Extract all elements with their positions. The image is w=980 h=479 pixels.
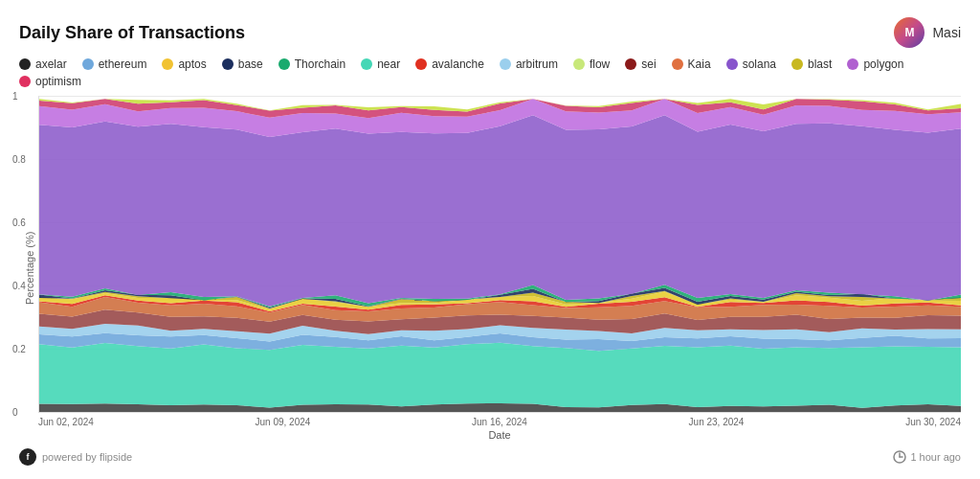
time-ago: 1 hour ago xyxy=(893,450,961,464)
chart-plot: 1 0.8 0.6 0.4 0.2 0 xyxy=(38,96,961,413)
legend-item-near: near xyxy=(361,57,400,71)
area-near xyxy=(39,343,961,408)
legend-label-solana: solana xyxy=(743,57,776,71)
legend-label-base: base xyxy=(238,57,263,71)
legend-label-polygon: polygon xyxy=(863,57,903,71)
timestamp: 1 hour ago xyxy=(910,451,961,463)
legend-item-kaia: Kaia xyxy=(672,57,711,71)
legend-dot-ethereum xyxy=(82,58,94,70)
legend-item-ethereum: ethereum xyxy=(82,57,147,71)
legend-dot-arbitrum xyxy=(500,58,511,70)
legend-dot-kaia xyxy=(672,58,683,70)
legend-item-flow: flow xyxy=(573,57,610,71)
legend-dot-avalanche xyxy=(415,58,427,70)
y-tick-1: 1 xyxy=(12,91,18,102)
legend-label-axelar: axelar xyxy=(35,57,67,71)
brand-text: powered by flipside xyxy=(42,451,132,463)
legend-item-base: base xyxy=(222,57,263,71)
page-title: Daily Share of Transactions xyxy=(19,23,245,43)
x-tick: Jun 30, 2024 xyxy=(905,417,961,427)
legend-item-arbitrum: arbitrum xyxy=(500,57,558,71)
legend-dot-thorchain xyxy=(278,58,290,70)
legend-dot-aptos xyxy=(162,58,173,70)
y-tick-08: 0.8 xyxy=(12,154,26,165)
avatar: M xyxy=(894,17,924,48)
flipside-logo: f powered by flipside xyxy=(19,448,132,466)
flipside-icon: f xyxy=(19,448,36,466)
x-tick: Jun 02, 2024 xyxy=(38,417,94,427)
legend-label-optimism: optimism xyxy=(35,75,81,88)
legend-label-thorchain: Thorchain xyxy=(295,57,345,71)
legend-item-blast: blast xyxy=(791,57,832,71)
legend-label-near: near xyxy=(377,57,400,71)
user-name: Masi xyxy=(932,25,961,40)
legend-label-blast: blast xyxy=(808,57,832,71)
legend-label-kaia: Kaia xyxy=(688,57,711,71)
legend-item-optimism: optimism xyxy=(19,75,81,88)
x-axis-label: Date xyxy=(38,429,961,441)
x-tick: Jun 09, 2024 xyxy=(256,417,311,427)
footer: f powered by flipside 1 hour ago xyxy=(19,448,961,466)
legend-item-thorchain: Thorchain xyxy=(278,57,345,71)
legend: axelarethereumaptosbaseThorchainnearaval… xyxy=(19,57,961,88)
user-badge: M Masi xyxy=(894,17,961,48)
legend-label-ethereum: ethereum xyxy=(99,57,147,71)
legend-label-arbitrum: arbitrum xyxy=(516,57,558,71)
legend-item-sei: sei xyxy=(625,57,656,71)
x-tick: Jun 16, 2024 xyxy=(472,417,527,427)
legend-item-solana: solana xyxy=(726,57,776,71)
legend-item-aptos: aptos xyxy=(162,57,206,71)
legend-dot-sei xyxy=(625,58,636,70)
stacked-area-chart xyxy=(39,96,961,412)
legend-label-avalanche: avalanche xyxy=(432,57,484,71)
legend-dot-near xyxy=(361,58,372,70)
legend-label-aptos: aptos xyxy=(178,57,206,71)
y-tick-0: 0 xyxy=(12,407,18,418)
x-axis: Jun 02, 2024Jun 09, 2024Jun 16, 2024Jun … xyxy=(38,413,961,427)
legend-item-avalanche: avalanche xyxy=(415,57,484,71)
y-tick-04: 0.4 xyxy=(12,281,26,291)
header: Daily Share of Transactions M Masi xyxy=(19,17,961,48)
legend-item-axelar: axelar xyxy=(19,57,67,71)
y-tick-06: 0.6 xyxy=(12,217,26,228)
y-axis-label: Percentage (%) xyxy=(19,96,38,441)
legend-dot-polygon xyxy=(847,58,858,70)
legend-dot-blast xyxy=(791,58,803,70)
legend-dot-optimism xyxy=(19,76,31,87)
x-tick: Jun 23, 2024 xyxy=(689,417,745,427)
legend-dot-axelar xyxy=(19,58,31,70)
main-container: Daily Share of Transactions M Masi axela… xyxy=(0,0,980,479)
chart-area: Percentage (%) 1 0.8 0.6 0.4 0.2 0 Jun 0… xyxy=(19,96,961,441)
legend-dot-flow xyxy=(573,58,585,70)
legend-item-polygon: polygon xyxy=(847,57,903,71)
area-solana xyxy=(39,115,961,307)
legend-label-sei: sei xyxy=(641,57,656,71)
clock-icon xyxy=(893,450,906,464)
legend-dot-base xyxy=(222,58,234,70)
y-tick-02: 0.2 xyxy=(12,344,26,354)
chart-inner: 1 0.8 0.6 0.4 0.2 0 Jun 02, 2024Jun 09, … xyxy=(38,96,961,441)
legend-label-flow: flow xyxy=(590,57,610,71)
legend-dot-solana xyxy=(726,58,738,70)
